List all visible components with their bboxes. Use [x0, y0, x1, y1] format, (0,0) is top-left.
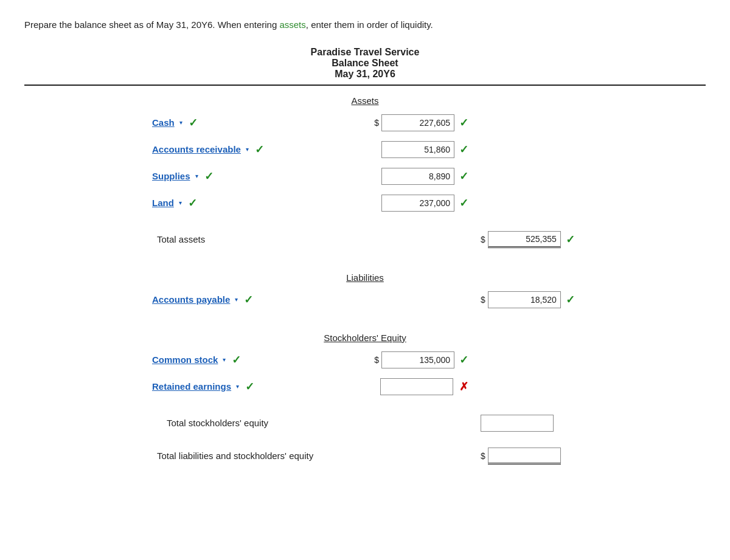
supplies-value-check-icon: ✓ — [459, 170, 468, 183]
retained-earnings-input[interactable] — [380, 378, 453, 395]
common-stock-input[interactable]: 135,000 — [381, 351, 454, 368]
accounts-payable-label-col: Accounts payable ▾ ✓ — [152, 293, 347, 306]
common-stock-value-check-icon: ✓ — [459, 353, 468, 367]
land-input-col: 237,000 ✓ — [347, 195, 468, 212]
cash-dropdown-icon[interactable]: ▾ — [179, 119, 182, 126]
common-stock-input-col: $ 135,000 ✓ — [347, 351, 468, 368]
balance-sheet: Assets Cash ▾ ✓ $ 227,605 ✓ Accounts rec… — [152, 95, 578, 467]
accounts-receivable-row: Accounts receivable ▾ ✓ 51,860 ✓ — [152, 139, 578, 161]
liabilities-section-header: Liabilities — [152, 272, 578, 283]
land-dropdown-icon[interactable]: ▾ — [179, 199, 182, 206]
accounts-receivable-dropdown-icon[interactable]: ▾ — [246, 146, 249, 153]
supplies-check-icon: ✓ — [204, 170, 214, 183]
total-liab-se-dollar-sign: $ — [481, 451, 485, 461]
sheet-title: Balance Sheet — [24, 58, 706, 69]
land-link[interactable]: Land — [152, 198, 174, 208]
total-liab-se-input[interactable] — [488, 448, 561, 465]
total-liab-se-label: Total liabilities and stockholders' equi… — [152, 451, 347, 461]
total-se-label: Total stockholders' equity — [152, 418, 347, 428]
accounts-receivable-value-check-icon: ✓ — [459, 143, 468, 156]
cash-row: Cash ▾ ✓ $ 227,605 ✓ — [152, 112, 578, 134]
cash-dollar-sign: $ — [374, 118, 379, 128]
accounts-receivable-input-col: 51,860 ✓ — [347, 141, 468, 158]
accounts-payable-dollar-sign: $ — [481, 295, 485, 305]
company-header: Paradise Travel Service Balance Sheet Ma… — [24, 47, 706, 80]
cash-link[interactable]: Cash — [152, 117, 175, 128]
sheet-date: May 31, 20Y6 — [24, 69, 706, 80]
instruction-assets: assets — [279, 19, 305, 30]
retained-earnings-link[interactable]: Retained earnings — [152, 381, 231, 392]
retained-earnings-x-icon: ✗ — [459, 380, 468, 393]
company-name: Paradise Travel Service — [24, 47, 706, 58]
common-stock-link[interactable]: Common stock — [152, 354, 218, 365]
total-liab-se-row: Total liabilities and stockholders' equi… — [152, 445, 578, 467]
cash-value-check-icon: ✓ — [459, 116, 468, 130]
accounts-receivable-check-icon: ✓ — [255, 143, 264, 156]
retained-earnings-input-col: ✗ — [347, 378, 468, 395]
supplies-input-col: 8,890 ✓ — [347, 168, 468, 185]
total-assets-check-icon: ✓ — [566, 233, 575, 246]
retained-earnings-row: Retained earnings ▾ ✓ ✗ — [152, 376, 578, 398]
total-assets-row: Total assets $ 525,355 ✓ — [152, 229, 578, 251]
total-se-row: Total stockholders' equity — [152, 412, 578, 434]
accounts-receivable-label-col: Accounts receivable ▾ ✓ — [152, 143, 347, 156]
common-stock-row: Common stock ▾ ✓ $ 135,000 ✓ — [152, 349, 578, 371]
common-stock-dollar-sign: $ — [374, 355, 379, 365]
cash-check-icon: ✓ — [189, 116, 198, 130]
accounts-payable-check-icon: ✓ — [244, 293, 253, 306]
retained-earnings-dropdown-icon[interactable]: ▾ — [236, 383, 239, 390]
accounts-payable-link[interactable]: Accounts payable — [152, 294, 230, 305]
land-row: Land ▾ ✓ 237,000 ✓ — [152, 192, 578, 214]
common-stock-check-icon: ✓ — [232, 353, 241, 367]
accounts-receivable-link[interactable]: Accounts receivable — [152, 144, 241, 154]
total-se-input[interactable] — [481, 415, 554, 432]
total-assets-label: Total assets — [152, 234, 347, 244]
accounts-payable-dropdown-icon[interactable]: ▾ — [235, 296, 238, 303]
total-assets-input[interactable]: 525,355 — [488, 231, 561, 248]
cash-label-col: Cash ▾ ✓ — [152, 116, 347, 130]
supplies-input[interactable]: 8,890 — [381, 168, 454, 185]
accounts-payable-value-check-icon: ✓ — [566, 293, 575, 306]
supplies-label-col: Supplies ▾ ✓ — [152, 170, 347, 183]
supplies-row: Supplies ▾ ✓ 8,890 ✓ — [152, 165, 578, 187]
instruction-end: , enter them in order of liquidity. — [306, 19, 433, 30]
common-stock-dropdown-icon[interactable]: ▾ — [223, 356, 226, 363]
top-rule — [24, 85, 706, 86]
instruction-text: Prepare the balance sheet as of May 31, … — [24, 18, 706, 32]
assets-section-header: Assets — [152, 95, 578, 106]
accounts-payable-row: Accounts payable ▾ ✓ $ 18,520 ✓ — [152, 289, 578, 311]
supplies-dropdown-icon[interactable]: ▾ — [195, 173, 198, 179]
accounts-receivable-input[interactable]: 51,860 — [381, 141, 454, 158]
cash-input[interactable]: 227,605 — [381, 114, 454, 131]
accounts-payable-input[interactable]: 18,520 — [488, 291, 561, 308]
se-section-header: Stockholders' Equity — [152, 333, 578, 343]
common-stock-label-col: Common stock ▾ ✓ — [152, 353, 347, 367]
supplies-link[interactable]: Supplies — [152, 171, 190, 181]
retained-earnings-label-col: Retained earnings ▾ ✓ — [152, 380, 347, 393]
land-check-icon: ✓ — [188, 196, 197, 210]
instruction-main: Prepare the balance sheet as of May 31, … — [24, 19, 279, 30]
land-input[interactable]: 237,000 — [381, 195, 454, 212]
total-assets-dollar-sign: $ — [481, 235, 485, 244]
land-value-check-icon: ✓ — [459, 196, 468, 210]
cash-input-col: $ 227,605 ✓ — [347, 114, 468, 131]
land-label-col: Land ▾ ✓ — [152, 196, 347, 210]
retained-earnings-check-icon: ✓ — [245, 380, 254, 393]
